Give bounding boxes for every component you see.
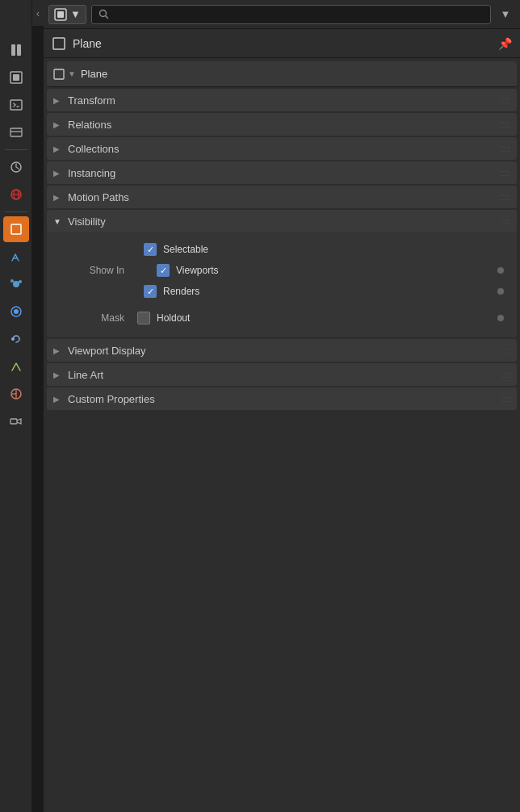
section-collections: ▶ Collections ::: (47, 137, 517, 160)
section-motion-paths: ▶ Motion Paths ::: (47, 186, 517, 208)
section-label-line-art: Line Art (68, 369, 497, 381)
sidebar-icon-data[interactable] (3, 354, 29, 379)
section-drag-line-art: ::: (501, 370, 510, 379)
svg-point-15 (11, 337, 15, 341)
section-label-transform: Transform (68, 94, 497, 107)
props-object-name: Plane (81, 68, 107, 80)
svg-point-14 (14, 309, 19, 314)
section-label-instancing: Instancing (68, 167, 497, 179)
panel-options-button[interactable]: ▼ (496, 5, 515, 24)
section-header-viewport-display[interactable]: ▶ Viewport Display ::: (47, 339, 517, 362)
section-line-art: ▶ Line Art ::: (47, 363, 517, 386)
section-drag-transform: ::: (501, 96, 510, 105)
section-custom-properties: ▶ Custom Properties ::: (47, 387, 517, 410)
svg-rect-0 (11, 44, 15, 56)
sidebar-icon-output[interactable] (3, 92, 29, 118)
section-arrow-line-art: ▶ (53, 370, 63, 379)
section-relations: ▶ Relations ::: (47, 113, 517, 136)
sidebar-icon-world[interactable] (3, 182, 29, 207)
section-header-line-art[interactable]: ▶ Line Art ::: (47, 363, 517, 386)
sidebar-icon-viewlayer[interactable] (3, 119, 29, 145)
svg-rect-3 (13, 74, 19, 81)
section-drag-custom-properties: ::: (501, 395, 510, 404)
properties-sidebar (0, 0, 32, 812)
props-icon-dropdown[interactable]: ▼ (53, 69, 76, 80)
section-label-collections: Collections (68, 143, 497, 155)
section-arrow-relations: ▶ (53, 120, 63, 129)
properties-subheader: ▼ Plane (47, 61, 517, 87)
section-label-motion-paths: Motion Paths (68, 191, 497, 203)
svg-rect-17 (10, 419, 17, 424)
viewports-checkbox[interactable]: ✓ (157, 264, 170, 277)
selectable-row: ✓ Selectable (47, 239, 517, 260)
section-arrow-transform: ▶ (53, 96, 63, 105)
sidebar-icon-constraint[interactable] (3, 326, 29, 352)
section-header-custom-properties[interactable]: ▶ Custom Properties ::: (47, 387, 517, 410)
sidebar-icon-scene-props[interactable] (3, 154, 29, 180)
sidebar-icon-object[interactable] (3, 216, 29, 242)
sidebar-icon-scene[interactable] (3, 65, 29, 90)
sections-container: ▶ Transform ::: ▶ Relations ::: ▶ Collec… (44, 89, 520, 812)
topbar: ▼ ▼ (44, 0, 520, 29)
svg-rect-22 (54, 69, 64, 79)
section-header-relations[interactable]: ▶ Relations ::: (47, 113, 517, 136)
properties-panel: ▼ ▼ Plane 📌 ▼ Plane ▶ Transform ::: (44, 0, 520, 812)
section-header-visibility[interactable]: ▼ Visibility ::: (47, 210, 517, 232)
section-content-visibility: ✓ Selectable Show In ✓ Viewports ✓ Rende… (47, 232, 517, 337)
props-dropdown-arrow: ▼ (68, 69, 76, 78)
object-name: Plane (73, 37, 492, 50)
sidebar-icon-physics[interactable] (3, 299, 29, 324)
sidebar-icon-material[interactable] (3, 381, 29, 407)
selectable-checkbox[interactable]: ✓ (144, 243, 157, 256)
renders-row: ✓ Renders (47, 281, 517, 302)
svg-rect-21 (53, 38, 65, 49)
section-transform: ▶ Transform ::: (47, 89, 517, 111)
holdout-dot (497, 315, 504, 321)
section-header-motion-paths[interactable]: ▶ Motion Paths ::: (47, 186, 517, 208)
section-label-relations: Relations (68, 119, 497, 131)
svg-point-12 (19, 280, 22, 283)
sidebar-icon-modifier[interactable] (3, 244, 29, 270)
section-drag-motion-paths: ::: (501, 193, 510, 202)
collapse-panel-arrow[interactable]: ‹ (32, 0, 44, 26)
section-drag-collections: ::: (501, 144, 510, 153)
section-drag-visibility: ::: (501, 217, 510, 226)
section-header-transform[interactable]: ▶ Transform ::: (47, 89, 517, 111)
section-arrow-viewport-display: ▶ (53, 346, 63, 355)
section-label-visibility: Visibility (68, 216, 497, 228)
show-in-viewports-row: Show In ✓ Viewports (47, 260, 517, 281)
holdout-checkbox[interactable] (137, 312, 150, 324)
svg-rect-4 (10, 100, 22, 110)
svg-rect-5 (10, 128, 22, 136)
section-header-collections[interactable]: ▶ Collections ::: (47, 137, 517, 160)
section-drag-relations: ::: (501, 120, 510, 129)
selectable-label: Selectable (163, 244, 208, 255)
section-arrow-instancing: ▶ (53, 169, 63, 178)
section-header-instancing[interactable]: ▶ Instancing ::: (47, 161, 517, 184)
section-arrow-collections: ▶ (53, 144, 63, 153)
svg-point-10 (13, 281, 19, 287)
holdout-label: Holdout (157, 312, 190, 324)
mask-section: Mask Holdout (47, 308, 517, 328)
search-box[interactable] (91, 5, 491, 24)
editor-type-button[interactable]: ▼ (48, 5, 86, 24)
section-arrow-custom-properties: ▶ (53, 395, 63, 404)
section-visibility: ▼ Visibility ::: ✓ Selectable Show In ✓ … (47, 210, 517, 337)
renders-label: Renders (163, 286, 199, 297)
pin-button[interactable]: 📌 (498, 37, 512, 50)
sidebar-icon-render[interactable] (3, 408, 29, 434)
editor-type-dropdown-icon: ▼ (70, 8, 81, 20)
svg-point-11 (10, 279, 14, 283)
mask-label: Mask (60, 312, 124, 324)
sidebar-icon-tools[interactable] (3, 37, 29, 63)
svg-rect-9 (11, 224, 21, 234)
section-instancing: ▶ Instancing ::: (47, 161, 517, 184)
viewports-label: Viewports (176, 265, 218, 276)
show-in-label: Show In (60, 265, 124, 276)
section-drag-viewport-display: ::: (501, 346, 510, 355)
section-drag-instancing: ::: (501, 169, 510, 178)
renders-checkbox[interactable]: ✓ (144, 285, 157, 298)
sidebar-icon-particles[interactable] (3, 271, 29, 297)
svg-point-20 (99, 10, 106, 17)
renders-dot (497, 288, 504, 295)
